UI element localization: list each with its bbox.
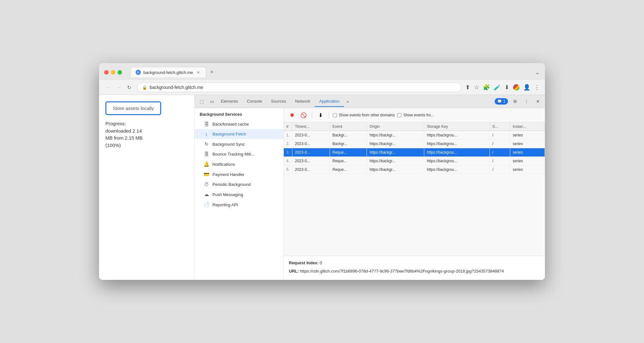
sidebar-section-title: Background Services <box>195 108 283 119</box>
share-icon[interactable]: ⬆ <box>465 84 470 91</box>
row-origin: https://backgr... <box>367 131 424 140</box>
sidebar-item-background-sync[interactable]: ↻ Background Sync <box>195 139 283 149</box>
store-assets-button[interactable]: Store assets locally <box>105 101 161 115</box>
labs-icon[interactable]: 🧪 <box>494 84 501 91</box>
row-timestamp: 2023-0... <box>292 131 330 140</box>
tab-sources[interactable]: Sources <box>267 96 291 107</box>
row-event: Reque... <box>330 157 367 165</box>
url-text: background-fetch.glitch.me <box>150 85 203 90</box>
table-row[interactable]: 5.2023-0...Reque...https://backgr...http… <box>284 165 545 174</box>
profile-icon[interactable]: 👤 <box>523 84 530 91</box>
back-button[interactable]: ← <box>104 83 113 92</box>
sidebar-item-back-forward-label: Back/forward cache <box>212 122 249 127</box>
close-devtools-button[interactable]: ✕ <box>533 97 542 106</box>
tab-elements[interactable]: Elements <box>216 96 242 107</box>
table-row[interactable]: 4.2023-0...Reque...https://backgr...http… <box>284 157 545 165</box>
more-options-icon[interactable]: ⋮ <box>522 97 531 106</box>
show-other-domains-checkbox[interactable] <box>333 113 337 117</box>
request-index-row: Request Index: 0 <box>289 260 540 266</box>
tab-close-button[interactable]: ✕ <box>196 70 201 75</box>
download-icon[interactable]: ⬇ <box>504 84 509 91</box>
minimize-traffic-light[interactable] <box>111 70 115 75</box>
show-other-domains-checkbox-group[interactable]: Show events from other domains <box>333 113 395 117</box>
url-bar[interactable]: 🔒 background-fetch.glitch.me <box>137 83 462 92</box>
forward-button[interactable]: → <box>114 83 123 92</box>
close-traffic-light[interactable] <box>104 70 109 75</box>
notification-badge[interactable]: 💬 1 <box>495 98 508 105</box>
sidebar-item-push-messaging-label: Push Messaging <box>212 192 243 197</box>
bookmark-icon[interactable]: ☆ <box>474 84 479 91</box>
device-toolbar-icon[interactable]: ▭ <box>207 97 216 106</box>
sidebar-item-background-sync-label: Background Sync <box>212 142 245 147</box>
devtools-tab-bar: ⬚ ▭ Elements Console Sources Network <box>195 95 545 108</box>
row-instance: series <box>510 148 545 157</box>
nav-buttons: ← → ↻ <box>104 83 133 92</box>
row-s: / <box>490 140 510 148</box>
row-num: 2. <box>284 140 292 148</box>
row-num: 3. <box>284 148 292 157</box>
reload-button[interactable]: ↻ <box>125 83 133 92</box>
sidebar-item-background-fetch-label: Background Fetch <box>212 132 246 136</box>
browser-toolbar-icons: ⬆ ☆ 🧩 🧪 ⬇ 👤 ⋮ <box>465 84 540 91</box>
google-icon[interactable] <box>513 84 519 91</box>
show-events-from-checkbox[interactable] <box>397 113 401 117</box>
row-storage-key: https://backgrou... <box>424 165 490 174</box>
download-button[interactable]: ⬇ <box>316 111 325 120</box>
settings-icon[interactable]: ⚙ <box>511 97 519 106</box>
show-events-from-checkbox-group[interactable]: Show events fro... <box>397 113 434 117</box>
table-row[interactable]: 2.2023-0...Backgr...https://backgr...htt… <box>284 140 545 148</box>
row-s: / <box>490 148 510 157</box>
periodic-background-icon: ⏱ <box>204 182 209 187</box>
row-event: Backgr... <box>330 131 367 140</box>
clear-button[interactable]: 🚫 <box>299 111 308 120</box>
col-origin: Origin <box>367 122 424 131</box>
table-row[interactable]: 1.2023-0...Backgr...https://backgr...htt… <box>284 131 545 140</box>
row-num: 1. <box>284 131 292 140</box>
background-sync-icon: ↻ <box>204 141 209 147</box>
table-row[interactable]: 3.2023-0...Reque...https://backgr...http… <box>284 148 545 157</box>
tab-application[interactable]: Application <box>315 96 344 107</box>
row-instance: series <box>510 165 545 174</box>
sidebar-item-reporting-api-label: Reporting API <box>212 202 238 207</box>
tab-favicon: ⟳ <box>136 70 141 75</box>
webpage-content: Store assets locally Progress: downloade… <box>99 95 195 280</box>
progress-line1: Progress: <box>105 120 188 128</box>
progress-text: Progress: downloaded 2.14 MB from 2.15 M… <box>105 120 188 149</box>
tab-console[interactable]: Console <box>242 96 267 107</box>
tab-dropdown-button[interactable]: ⌄ <box>535 69 540 76</box>
fullscreen-traffic-light[interactable] <box>118 70 122 75</box>
row-num: 5. <box>284 165 292 174</box>
devtools-sidebar: Background Services 🗄 Back/forward cache… <box>195 108 284 280</box>
sidebar-item-bounce-tracking[interactable]: 🗄 Bounce Tracking Miti... <box>195 149 283 159</box>
progress-line3: MB from 2.15 MB <box>105 135 188 142</box>
row-event: Backgr... <box>330 140 367 148</box>
toolbar-divider2 <box>329 112 329 118</box>
sidebar-item-background-fetch[interactable]: ↕ Background Fetch <box>195 129 283 139</box>
row-timestamp: 2023-0... <box>292 157 330 165</box>
sidebar-item-push-messaging[interactable]: ☁ Push Messaging <box>195 189 283 200</box>
devtools-body: Background Services 🗄 Back/forward cache… <box>195 108 545 280</box>
request-index-label: Request Index: <box>289 260 318 265</box>
tab-network[interactable]: Network <box>291 96 315 107</box>
new-tab-button[interactable]: + <box>207 68 216 77</box>
sidebar-item-notifications[interactable]: 🔔 Notifications <box>195 159 283 169</box>
sidebar-item-notifications-label: Notifications <box>212 162 235 167</box>
push-messaging-icon: ☁ <box>204 192 209 197</box>
detail-panel: Request Index: 0 URL: https://cdn.glitch… <box>284 256 545 280</box>
sidebar-item-periodic-background[interactable]: ⏱ Periodic Background <box>195 179 283 189</box>
row-origin: https://backgr... <box>367 157 424 165</box>
row-origin: https://backgr... <box>367 140 424 148</box>
sidebar-item-back-forward[interactable]: 🗄 Back/forward cache <box>195 119 283 129</box>
record-button[interactable]: ⏺ <box>288 111 297 120</box>
payment-handler-icon: 💳 <box>204 172 209 177</box>
extensions-icon[interactable]: 🧩 <box>483 84 490 91</box>
row-instance: series <box>510 140 545 148</box>
sidebar-item-payment-handler[interactable]: 💳 Payment Handler <box>195 169 283 179</box>
sidebar-item-reporting-api[interactable]: 📄 Reporting API <box>195 200 283 210</box>
inspect-element-icon[interactable]: ⬚ <box>197 97 206 106</box>
menu-icon[interactable]: ⋮ <box>534 84 540 91</box>
active-tab[interactable]: ⟳ background-fetch.glitch.me ✕ <box>130 67 206 77</box>
notification-count: 1 <box>503 99 505 104</box>
more-tabs-button[interactable]: » <box>344 97 351 106</box>
panel-toolbar: ⏺ 🚫 ⬇ Show events from other domains Sho… <box>284 108 545 122</box>
